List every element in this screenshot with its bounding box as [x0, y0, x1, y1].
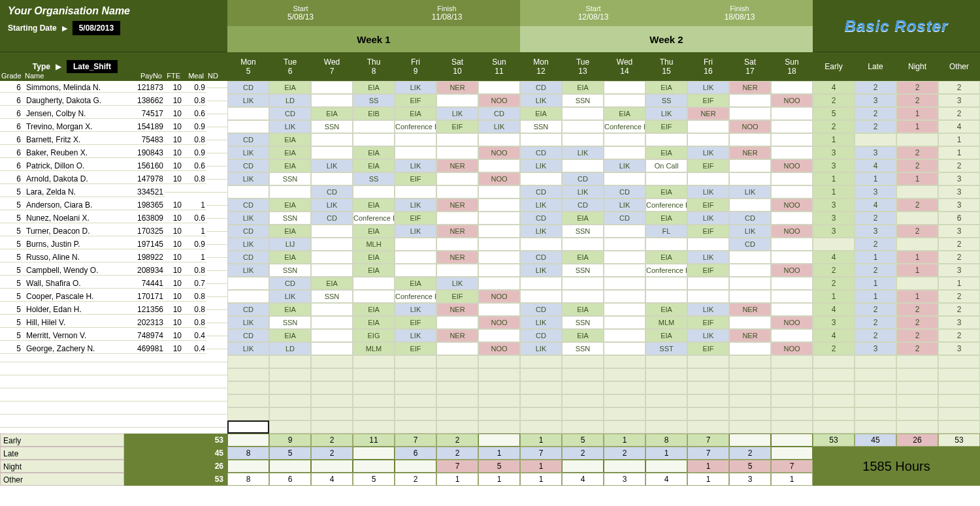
empty-cell[interactable]	[771, 420, 813, 434]
shift-cell[interactable]: LIK	[729, 185, 771, 198]
shift-cell[interactable]: EIF	[645, 120, 687, 133]
shift-cell[interactable]	[729, 159, 771, 172]
shift-cell[interactable]: EIA	[604, 107, 645, 120]
shift-cell[interactable]	[436, 172, 478, 185]
empty-cell[interactable]	[436, 420, 478, 434]
shift-cell[interactable]: SSN	[520, 120, 562, 133]
shift-cell[interactable]	[395, 264, 436, 277]
shift-cell[interactable]	[562, 277, 604, 290]
shift-cell[interactable]: EIF	[687, 94, 729, 107]
shift-cell[interactable]: LIK	[227, 146, 269, 159]
shift-cell[interactable]: CD	[311, 185, 353, 198]
shift-cell[interactable]: EIA	[269, 251, 311, 264]
empty-cell[interactable]	[562, 407, 604, 420]
shift-cell[interactable]: NOO	[729, 120, 771, 133]
shift-cell[interactable]	[771, 172, 813, 185]
shift-cell[interactable]	[478, 198, 520, 212]
shift-cell[interactable]: LD	[269, 94, 311, 107]
shift-cell[interactable]: LIK	[227, 238, 269, 251]
shift-cell[interactable]	[729, 316, 771, 329]
shift-cell[interactable]: LIK	[520, 94, 562, 107]
empty-cell[interactable]	[771, 355, 813, 368]
shift-cell[interactable]	[604, 238, 645, 251]
empty-cell[interactable]	[478, 394, 520, 407]
shift-cell[interactable]: On Call	[645, 159, 687, 172]
shift-cell[interactable]	[771, 238, 813, 251]
empty-cell[interactable]	[687, 355, 729, 368]
shift-cell[interactable]: SST	[645, 342, 687, 355]
shift-cell[interactable]: LIK	[311, 159, 353, 172]
staff-row[interactable]: 5Lara, Zelda N.334521	[0, 185, 227, 198]
shift-cell[interactable]	[729, 251, 771, 264]
shift-cell[interactable]	[687, 238, 729, 251]
shift-cell[interactable]: EIA	[269, 329, 311, 342]
shift-cell[interactable]: Conference L	[645, 198, 687, 212]
shift-cell[interactable]	[353, 277, 395, 290]
empty-cell[interactable]	[478, 355, 520, 368]
shift-cell[interactable]	[353, 290, 395, 303]
empty-cell[interactable]	[771, 381, 813, 394]
shift-cell[interactable]: SSN	[269, 212, 311, 225]
empty-cell[interactable]	[353, 407, 395, 420]
staff-row[interactable]: 6Patrick, Dillon O.156160100.6	[0, 159, 227, 172]
empty-cell[interactable]	[645, 407, 687, 420]
shift-cell[interactable]	[227, 185, 269, 198]
shift-cell[interactable]	[311, 146, 353, 159]
shift-cell[interactable]	[562, 159, 604, 172]
shift-cell[interactable]: LD	[269, 342, 311, 355]
shift-cell[interactable]	[478, 238, 520, 251]
shift-cell[interactable]: SSN	[562, 94, 604, 107]
shift-cell[interactable]: NOO	[771, 94, 813, 107]
shift-cell[interactable]: CD	[269, 277, 311, 290]
shift-cell[interactable]	[311, 172, 353, 185]
shift-cell[interactable]: EIF	[395, 342, 436, 355]
empty-cell[interactable]	[604, 407, 645, 420]
staff-row[interactable]: 5Holder, Edan H.121356100.8	[0, 303, 227, 316]
shift-cell[interactable]	[395, 146, 436, 159]
shift-cell[interactable]: LIK	[395, 159, 436, 172]
shift-cell[interactable]: CD	[311, 212, 353, 225]
shift-cell[interactable]	[520, 290, 562, 303]
shift-cell[interactable]	[645, 277, 687, 290]
empty-cell[interactable]	[771, 407, 813, 420]
empty-cell[interactable]	[269, 381, 311, 394]
shift-cell[interactable]: EIA	[353, 303, 395, 316]
empty-cell[interactable]	[729, 355, 771, 368]
shift-cell[interactable]: LIK	[604, 198, 645, 212]
shift-cell[interactable]	[771, 277, 813, 290]
shift-cell[interactable]	[604, 264, 645, 277]
shift-cell[interactable]: LIK	[227, 172, 269, 185]
shift-cell[interactable]: CD	[227, 159, 269, 172]
shift-cell[interactable]: LIK	[436, 107, 478, 120]
shift-cell[interactable]: NOO	[478, 342, 520, 355]
empty-cell[interactable]	[436, 368, 478, 381]
empty-cell[interactable]	[269, 355, 311, 368]
empty-cell[interactable]	[562, 420, 604, 434]
shift-cell[interactable]	[604, 342, 645, 355]
shift-cell[interactable]: EIF	[395, 316, 436, 329]
shift-cell[interactable]: NER	[729, 146, 771, 159]
shift-cell[interactable]: EIA	[562, 329, 604, 342]
shift-cell[interactable]	[604, 225, 645, 238]
shift-cell[interactable]: NER	[436, 303, 478, 316]
shift-cell[interactable]: NER	[729, 81, 771, 94]
shift-cell[interactable]: FL	[645, 225, 687, 238]
empty-cell[interactable]	[520, 394, 562, 407]
shift-cell[interactable]: SSN	[269, 172, 311, 185]
empty-cell[interactable]	[395, 407, 436, 420]
staff-row[interactable]: 6Barnett, Fritz X.75483100.8	[0, 133, 227, 146]
shift-cell[interactable]: LIK	[520, 198, 562, 212]
empty-cell[interactable]	[395, 368, 436, 381]
shift-cell[interactable]: NOO	[771, 198, 813, 212]
shift-cell[interactable]: CD	[520, 146, 562, 159]
shift-cell[interactable]	[436, 94, 478, 107]
empty-cell[interactable]	[227, 381, 269, 394]
shift-cell[interactable]	[436, 238, 478, 251]
empty-cell[interactable]	[729, 420, 771, 434]
shift-cell[interactable]: EIA	[353, 251, 395, 264]
shift-cell[interactable]	[436, 342, 478, 355]
shift-cell[interactable]	[604, 303, 645, 316]
shift-cell[interactable]: EIA	[353, 198, 395, 212]
shift-cell[interactable]	[771, 303, 813, 316]
empty-cell[interactable]	[227, 407, 269, 420]
